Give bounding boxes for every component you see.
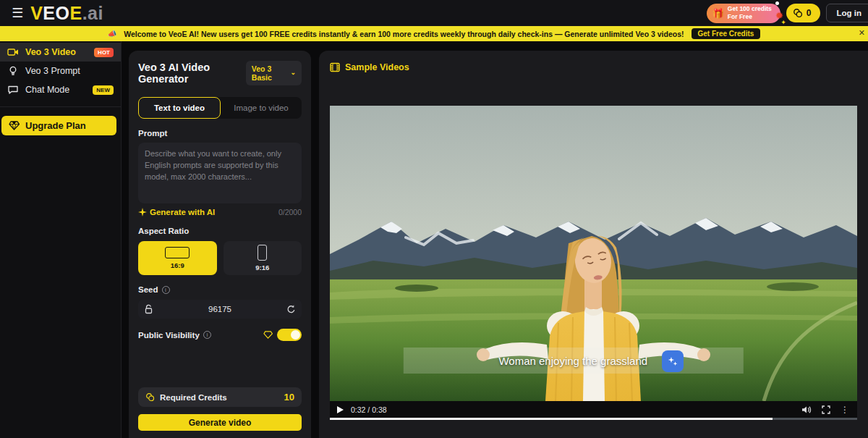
- aspect-option-label: 9:16: [255, 264, 269, 271]
- sidebar-item-chat-mode[interactable]: Chat Mode NEW: [0, 80, 121, 99]
- video-progress-bar[interactable]: [330, 418, 857, 420]
- new-badge: NEW: [93, 85, 114, 95]
- get-free-credits-button[interactable]: Get Free Credits: [692, 28, 761, 39]
- gem-icon: [263, 331, 273, 339]
- banner-message: Welcome to VeoE AI! New users get 100 FR…: [124, 30, 684, 38]
- sidebar-divider: [0, 106, 121, 107]
- upgrade-plan-button[interactable]: Upgrade Plan: [1, 116, 116, 135]
- generator-panel: Veo 3 AI Video Generator Veo 3 Basic ⌄ T…: [129, 51, 311, 438]
- model-select-value: Veo 3 Basic: [252, 64, 287, 82]
- landscape-shape-icon: [165, 247, 190, 258]
- generate-with-ai-button[interactable]: Generate with AI: [138, 208, 215, 216]
- video-camera-icon: [7, 46, 19, 58]
- generator-title: Veo 3 AI Video Generator: [138, 62, 246, 85]
- banner-close-icon[interactable]: ✕: [859, 28, 865, 38]
- translate-caption-button[interactable]: [662, 350, 684, 372]
- video-player[interactable]: Woman enjoying the grassland 0:32 / 0:38…: [330, 106, 857, 420]
- video-caption: Woman enjoying the grassland: [498, 355, 647, 367]
- prompt-input[interactable]: [138, 143, 302, 203]
- lightbulb-icon: [7, 65, 19, 77]
- chat-bubble-icon: [7, 84, 19, 96]
- sidebar-item-label: Veo 3 Video: [25, 47, 76, 57]
- prompt-label: Prompt: [138, 129, 302, 138]
- more-options-icon[interactable]: ⋮: [841, 405, 850, 415]
- tab-text-to-video[interactable]: Text to video: [138, 97, 221, 119]
- generate-video-button[interactable]: Generate video: [138, 414, 302, 431]
- sparkle-icon: ✦: [780, 19, 786, 26]
- logo-segment: E: [69, 3, 82, 24]
- model-select-dropdown[interactable]: Veo 3 Basic ⌄: [246, 61, 302, 85]
- info-icon[interactable]: i: [203, 331, 211, 339]
- sidebar-item-label: Veo 3 Prompt: [25, 66, 80, 76]
- toggle-knob: [291, 330, 300, 340]
- credit-count: 0: [807, 8, 812, 18]
- logo-segment: EO: [43, 3, 69, 24]
- aspect-option-9-16[interactable]: 9:16: [224, 241, 302, 275]
- gift-icon: 🎁: [712, 8, 724, 19]
- aspect-option-label: 16:9: [171, 261, 184, 269]
- seed-value[interactable]: 96175: [153, 305, 286, 313]
- logo-segment: V: [30, 3, 43, 24]
- gem-icon: [9, 121, 20, 130]
- portrait-shape-icon: [258, 245, 267, 261]
- volume-icon[interactable]: [801, 405, 812, 414]
- promo-line1: Get 100 credits: [728, 5, 772, 12]
- megaphone-icon: 📣: [108, 30, 116, 38]
- sidebar-item-label: Chat Mode: [25, 85, 69, 95]
- video-progress-fill: [330, 418, 773, 420]
- mode-tabs: Text to video Image to video: [138, 97, 302, 119]
- sparkle-icon: [138, 208, 147, 216]
- info-icon[interactable]: i: [162, 286, 170, 294]
- play-button[interactable]: [337, 406, 344, 413]
- sample-videos-title: Sample Videos: [345, 62, 409, 72]
- required-credits-value: 10: [284, 392, 294, 403]
- hamburger-menu-icon[interactable]: ☰: [12, 7, 23, 20]
- fullscreen-icon[interactable]: [822, 405, 830, 414]
- aspect-option-16-9[interactable]: 16:9: [138, 241, 217, 275]
- video-caption-band: Woman enjoying the grassland: [403, 348, 743, 374]
- unlock-icon[interactable]: [144, 304, 153, 314]
- required-credits-row: Required Credits 10: [138, 387, 302, 407]
- coins-icon: [793, 8, 803, 18]
- upgrade-plan-label: Upgrade Plan: [25, 120, 86, 131]
- public-visibility-toggle[interactable]: [277, 329, 302, 341]
- credit-balance-pill[interactable]: 0: [786, 4, 820, 22]
- app-logo[interactable]: VEOE.ai: [30, 3, 103, 24]
- sample-videos-panel: Sample Videos: [319, 51, 868, 438]
- seed-control: 96175: [138, 300, 302, 319]
- chevron-down-icon: ⌄: [290, 72, 296, 75]
- generate-with-ai-label: Generate with AI: [150, 208, 215, 216]
- logo-segment: .ai: [82, 3, 103, 24]
- sidebar-item-veo3-video[interactable]: Veo 3 Video HOT: [0, 43, 121, 62]
- tab-image-to-video[interactable]: Image to video: [221, 97, 302, 119]
- sparkles-icon: [667, 355, 678, 367]
- required-credits-label: Required Credits: [160, 393, 227, 402]
- coins-icon: [145, 392, 155, 402]
- top-header: ☰ VEOE.ai 🎁 Get 100 credits For Free ✹ ✦…: [0, 0, 868, 26]
- sidebar-item-veo3-prompt[interactable]: Veo 3 Prompt: [0, 62, 121, 80]
- sidebar: Veo 3 Video HOT Veo 3 Prompt Chat Mode N…: [0, 41, 122, 438]
- aspect-ratio-label: Aspect Ratio: [138, 227, 302, 235]
- promo-line2: For Free: [728, 13, 752, 20]
- free-credits-promo-pill[interactable]: 🎁 Get 100 credits For Free ✹ ✦: [707, 4, 780, 23]
- sparkle-dot-icon: [775, 1, 779, 5]
- login-button[interactable]: Log in: [826, 4, 868, 22]
- public-visibility-label: Public Visibility: [138, 331, 200, 340]
- video-controls: 0:32 / 0:38 ⋮: [330, 401, 857, 420]
- promo-banner: 📣 Welcome to VeoE AI! New users get 100 …: [0, 26, 868, 41]
- video-time: 0:32 / 0:38: [351, 405, 387, 414]
- hot-badge: HOT: [94, 48, 114, 57]
- seed-label: Seed: [138, 285, 158, 294]
- film-icon: [330, 62, 340, 72]
- refresh-icon[interactable]: [286, 305, 296, 314]
- char-counter: 0/2000: [278, 208, 302, 216]
